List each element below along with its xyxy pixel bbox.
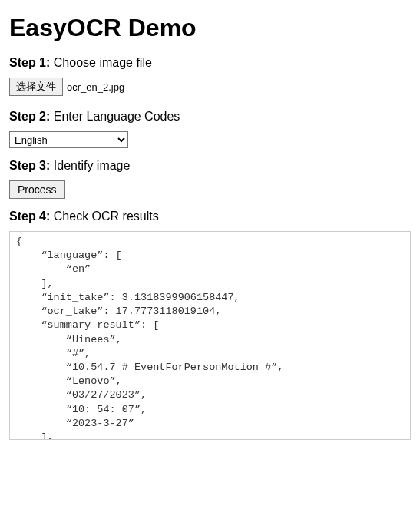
step-3-label: Step 3: [9,159,50,172]
language-select[interactable]: English [9,131,128,148]
page-title: EasyOCR Demo [9,14,411,42]
step-4-text: Check OCR results [54,210,159,223]
choose-file-button[interactable]: 选择文件 [9,78,63,96]
step-3-heading: Step 3: Identify image [9,159,411,173]
step-1-label: Step 1: [9,56,50,69]
chosen-file-name: ocr_en_2.jpg [67,81,124,93]
step-4-heading: Step 4: Check OCR results [9,210,411,223]
step-1-text: Choose image file [54,56,152,69]
step-2-label: Step 2: [9,110,50,123]
results-output[interactable]: { “language”: [ “en” ], “init_take”: 3.1… [9,231,411,440]
file-input[interactable]: 选择文件 ocr_en_2.jpg [9,78,124,96]
step-2-text: Enter Language Codes [54,110,180,123]
process-button[interactable]: Process [9,180,65,199]
step-3-text: Identify image [54,159,131,172]
step-2-heading: Step 2: Enter Language Codes [9,110,411,124]
step-4-label: Step 4: [9,210,50,223]
results-json: { “language”: [ “en” ], “init_take”: 3.1… [16,235,404,440]
step-1-heading: Step 1: Choose image file [9,56,411,70]
